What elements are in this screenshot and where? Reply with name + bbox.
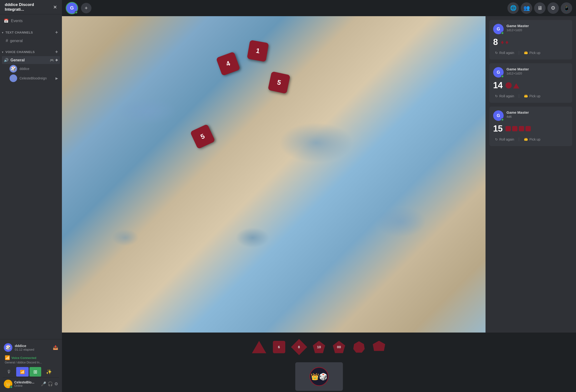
add-voice-channel-icon[interactable]: +	[55, 49, 58, 55]
pick-up-button-2[interactable]: 🤲 Pick up	[522, 93, 542, 99]
user-name: CelesteBlo...	[14, 380, 39, 384]
settings-icon[interactable]: ⚙	[54, 381, 58, 387]
dropdown-icon: ✕	[53, 4, 57, 10]
tray-die-d100[interactable]: 00	[331, 339, 347, 355]
server-header[interactable]: dddice Discord Integrati... ✕	[0, 0, 62, 14]
mobile-icon-button[interactable]: 📱	[561, 2, 572, 14]
tray-die-d8[interactable]: 8	[291, 339, 307, 355]
pick-up-button-1[interactable]: 🤲 Pick up	[522, 50, 542, 56]
dice-icons-3	[506, 126, 531, 131]
mute-button[interactable]: 🎙	[3, 367, 15, 377]
signal-icon: 📶	[5, 355, 10, 360]
noise-cancel-button[interactable]: ✨	[42, 367, 56, 377]
dice-panel: G Game Master 1d12+1d20 8 ♦ ♦	[486, 16, 576, 333]
separator-1	[519, 51, 519, 55]
map-die-1[interactable]: 4	[216, 51, 240, 76]
roll-avatar-1: G	[493, 24, 504, 34]
d12-wrapper	[351, 339, 367, 355]
voice-member-dddice[interactable]: 🎲 dddice	[2, 64, 60, 74]
dice-icons-2	[506, 82, 519, 88]
video-button[interactable]: 📶	[16, 367, 29, 377]
grid-button[interactable]: ⊞	[29, 367, 41, 377]
tray-die-d4[interactable]	[251, 339, 267, 355]
roll-entry-1: G Game Master 1d12+1d20 8 ♦ ♦	[489, 20, 572, 59]
separator-2	[519, 94, 519, 98]
roll-again-button-2[interactable]: ↻ Roll again	[493, 93, 516, 99]
d100-wrapper: 00	[331, 339, 347, 355]
dddice-server-icon: 🎲	[4, 343, 12, 352]
dice-icons-1: ♦ ♦	[501, 39, 509, 46]
events-label: Events	[11, 19, 23, 23]
roll-again-label-2: Roll again	[499, 94, 514, 98]
refresh-icon-1: ↻	[495, 51, 498, 55]
dice-tray: 6 8 10	[62, 333, 576, 361]
d6-shape: 6	[273, 341, 285, 353]
roll-again-label-3: Roll again	[499, 137, 514, 141]
voice-channel-general-group: 🔊 General 🎮 ✈ 🎲 dddice 🛡 CelesteBloodrei…	[2, 56, 60, 83]
roll-header-3: G Game Master 4d6	[493, 110, 568, 121]
pickup-icon-2: 🤲	[524, 94, 528, 98]
tray-die-d10[interactable]: 10	[311, 339, 327, 355]
user-panel: 👑 CelesteBlo... Online 🎤 🎧 ⚙	[3, 377, 59, 390]
connected-text: dddice 01:12 elapsed	[15, 344, 51, 351]
roll-entry-3: G Game Master 4d6 15	[489, 106, 572, 146]
roll-avatar-dot-1	[501, 32, 504, 34]
celeste-name: CelesteBloodreign	[20, 76, 47, 80]
roll-actions-2: ↻ Roll again 🤲 Pick up	[493, 93, 568, 99]
headphone-icon[interactable]: 🎧	[48, 381, 53, 387]
voice-channels-label: ▾ VOICE CHANNELS	[2, 50, 35, 54]
map-background: 4 1 5 5	[62, 16, 486, 333]
channel-name: general	[10, 39, 23, 43]
logo-area: 👑🎲	[62, 361, 576, 392]
map-die-4[interactable]: 5	[190, 124, 215, 149]
main-content: G + 🌐 👥 🖥 ⚙ 📱 4	[62, 0, 576, 392]
hash-icon: #	[6, 38, 8, 43]
channel-general[interactable]: # general	[2, 37, 60, 45]
roll-again-label-1: Roll again	[499, 51, 514, 55]
voice-channel-name: General	[10, 58, 25, 62]
roll-entry-2: G Game Master 1d12+1d20 14	[489, 63, 572, 103]
voice-connected-bar: 📶 Voice Connected General / dddice Disco…	[3, 354, 59, 366]
die-icon-2a	[506, 82, 512, 88]
voice-avatar: G	[66, 2, 78, 14]
map-container[interactable]: 4 1 5 5	[62, 16, 486, 333]
refresh-icon-2: ↻	[495, 94, 498, 98]
d8-shape	[291, 339, 307, 355]
connected-server-name: dddice	[15, 344, 51, 348]
pick-up-button-3[interactable]: 🤲 Pick up	[522, 136, 542, 142]
die-icon-3a	[506, 126, 511, 131]
voice-member-celeste[interactable]: 🛡 CelesteBloodreign ▶	[2, 74, 60, 83]
map-die-3[interactable]: 5	[268, 71, 290, 94]
voice-avatar-online	[75, 11, 78, 14]
tray-die-d20[interactable]	[371, 339, 387, 355]
roll-user-name-1: Game Master	[506, 24, 568, 28]
sidebar-bottom: 🎲 dddice 01:12 elapsed 📤 📶 Voice Connect…	[0, 339, 62, 392]
user-panel-icons: 🎤 🎧 ⚙	[41, 381, 58, 387]
events-item[interactable]: 📅 Events	[0, 16, 62, 26]
text-channels-category[interactable]: ▾ TEXT CHANNELS +	[0, 26, 62, 37]
roll-result-row-2: 14	[493, 80, 568, 90]
d4-shape	[252, 341, 266, 353]
pickup-icon-1: 🤲	[524, 51, 528, 55]
roll-result-row-3: 15	[493, 124, 568, 134]
map-die-2[interactable]: 1	[247, 40, 269, 62]
d6-wrapper: 6	[271, 339, 287, 355]
settings-gear-button[interactable]: ⚙	[547, 2, 559, 14]
voice-channels-category[interactable]: ▾ VOICE CHANNELS +	[0, 45, 62, 56]
members-icon-button[interactable]: 👥	[521, 2, 532, 14]
globe-icon-button[interactable]: 🌐	[507, 2, 519, 14]
roll-avatar-dot-2	[501, 75, 504, 78]
roll-again-button-1[interactable]: ↻ Roll again	[493, 50, 516, 56]
screen-icon-button[interactable]: 🖥	[534, 2, 546, 14]
add-text-channel-icon[interactable]: +	[55, 30, 58, 35]
tray-die-d6[interactable]: 6	[271, 339, 287, 355]
add-member-button[interactable]: +	[81, 3, 91, 13]
tray-die-d12[interactable]	[351, 339, 367, 355]
mic-icon[interactable]: 🎤	[41, 381, 46, 387]
disconnect-icon[interactable]: 📤	[53, 345, 58, 350]
voice-channel-general[interactable]: 🔊 General 🎮 ✈	[2, 56, 60, 64]
roll-formula-2: 1d12+1d20	[506, 72, 568, 75]
roll-again-button-3[interactable]: ↻ Roll again	[493, 136, 516, 142]
top-bar-icons: 🌐 👥 🖥 ⚙ 📱	[507, 2, 572, 14]
sidebar: dddice Discord Integrati... ✕ 📅 Events ▾…	[0, 0, 62, 392]
